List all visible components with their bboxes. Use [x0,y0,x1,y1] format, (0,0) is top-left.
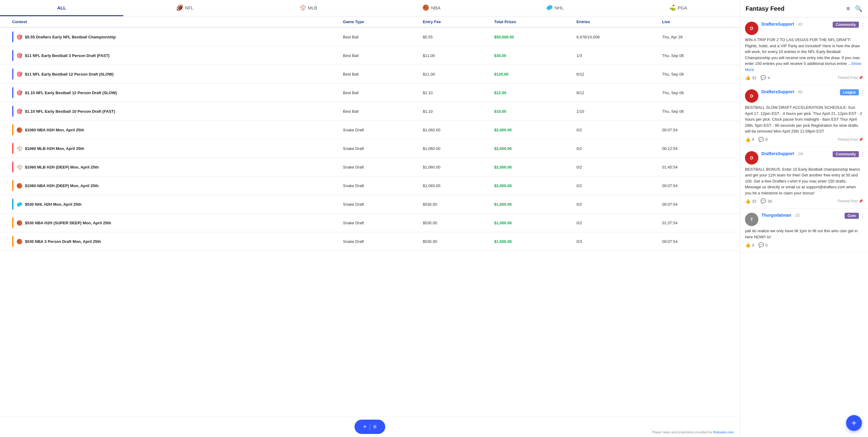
avatar: D [745,89,758,103]
feed-author[interactable]: DraftersSupport [762,89,794,94]
table-row[interactable]: 🎯$11 NFL Early Bestball 12 Person Draft … [0,65,740,84]
feed-item: Community⋮DDraftersSupport· 4DWIN A TRIP… [740,18,868,85]
feed-author[interactable]: Thurgodatman [762,213,791,217]
comment-button[interactable]: 💬4 [761,75,770,81]
feed-text: yall do realize we only have till 1pm to… [745,228,863,240]
total-prize-cell: $1,500.00 [491,232,573,251]
feed-search-icon[interactable]: 🔍 [855,5,863,12]
filter-icon: ≡ [373,423,377,430]
live-cell: 00:07:54 [658,176,740,195]
entry-fee-cell: $1,060.00 [419,121,490,139]
like-button[interactable]: 👍9 [745,137,754,142]
table-row[interactable]: 🎯$5.55 Drafters Early NFL Bestball Champ… [0,27,740,46]
comment-icon: 💬 [758,242,764,248]
comment-icon: 💬 [758,137,764,142]
contest-cell: 🏀$1060 NBA H2H Mon, April 25th [0,121,339,139]
like-button[interactable]: 👍0 [745,242,754,248]
entries-cell: 6,678/10,008 [573,27,658,46]
game-type-cell: Snake Draft [339,121,419,139]
feed-header-icons: ≡ 🔍 [846,5,863,12]
total-prize-cell: $12.00 [491,84,573,102]
pin-icon: 📌 [859,199,863,203]
feed-time: · 2M [796,152,803,156]
game-type-cell: Best Ball [339,27,419,46]
avatar: D [745,151,758,165]
row-bar [12,31,13,42]
feed-author[interactable]: DraftersSupport [762,151,794,156]
tab-nfl[interactable]: 🏈NFL [123,0,247,16]
nba-icon: 🏀 [423,4,429,11]
entry-fee-cell: $1,060.00 [419,139,490,158]
tab-all[interactable]: ALL [0,0,123,16]
comment-button[interactable]: 💬0 [758,242,768,248]
sport-icon: ⚾ [17,164,23,170]
game-type-cell: Snake Draft [339,139,419,158]
tab-pga[interactable]: ⛳PGA [616,0,740,16]
show-more-link[interactable]: Show More [745,61,861,72]
bottom-bar: + ≡ Player news and projections provided… [0,416,740,437]
contest-cell: 🏀$530 NBA 3 Person Draft Mon, April 25th [0,232,339,251]
table-row[interactable]: 🎯$11 NFL Early Bestball 3 Person Draft (… [0,46,740,65]
sport-icon: 🏀 [17,239,23,244]
sport-icon: 🏀 [17,183,23,188]
feed-list: Community⋮DDraftersSupport· 4DWIN A TRIP… [740,18,868,437]
live-cell: 01:45:54 [658,158,740,176]
contest-cell: 🎯$11 NFL Early Bestball 3 Person Draft (… [0,46,339,65]
comment-button[interactable]: 💬8 [758,137,768,142]
game-type-cell: Snake Draft [339,158,419,176]
tab-nhl[interactable]: 🥏NHL [493,0,616,16]
game-type-cell: Best Ball [339,46,419,65]
feed-more-button[interactable]: ⋮ [860,22,866,28]
comment-count: 0 [765,243,768,247]
table-row[interactable]: 🎯$1.10 NFL Early Bestball 12 Person Draf… [0,84,740,102]
entry-fee-cell: $530.00 [419,214,490,232]
table-row[interactable]: 🏀$1060 NBA H2H Mon, April 25thSnake Draf… [0,121,740,139]
feed-badge: Com [844,213,859,219]
table-row[interactable]: 🏀$1060 NBA H2H (DEEP) Mon, April 25thSna… [0,176,740,195]
col-header-game-type: Game Type [339,17,419,27]
feed-author[interactable]: DraftersSupport [762,22,794,27]
feed-more-button[interactable]: ⋮ [860,151,866,158]
contest-cell: ⚾$1060 MLB H2H (DEEP) Mon, April 25th [0,158,339,176]
feed-menu-icon[interactable]: ≡ [846,5,850,12]
table-row[interactable]: 🏀$530 NBA H2H (SUPER DEEP) Mon, April 25… [0,214,740,232]
add-filter-button[interactable]: + ≡ [354,419,385,434]
comment-icon: 💬 [761,75,766,81]
contest-name: $5.55 Drafters Early NFL Bestball Champi… [25,35,116,39]
feed-badge: Community [833,22,859,28]
row-bar [12,68,13,80]
row-bar [12,106,13,117]
col-header-live: Live [658,17,740,27]
contests-table: ContestGame TypeEntry FeeTotal PrizesEnt… [0,17,740,251]
entry-fee-cell: $5.55 [419,27,490,46]
like-button[interactable]: 👍32 [745,75,756,81]
like-button[interactable]: 👍32 [745,198,756,204]
new-post-fab[interactable]: + [846,415,862,431]
live-cell: Thu, Sep 08 [658,102,740,121]
table-row[interactable]: ⚾$1060 MLB H2H (DEEP) Mon, April 25thSna… [0,158,740,176]
pinned-label: Pinned Post 📌 [838,199,863,203]
table-row[interactable]: 🏀$530 NBA 3 Person Draft Mon, April 25th… [0,232,740,251]
table-row[interactable]: 🎯$1.10 NFL Early Bestball 10 Person Draf… [0,102,740,121]
live-cell: Thu, Sep 08 [658,65,740,84]
total-prize-cell: $1,000.00 [491,214,573,232]
comment-button[interactable]: 💬30 [761,198,772,204]
feed-more-button[interactable]: ⋮ [860,89,866,96]
table-row[interactable]: 🥏$530 NHL H2H Mon, April 25thSnake Draft… [0,195,740,214]
feed-more-button[interactable]: ⋮ [860,213,866,220]
table-row[interactable]: ⚾$1060 MLB H2H Mon, April 25thSnake Draf… [0,139,740,158]
feed-actions: 👍32💬30Pinned Post 📌 [745,198,863,204]
entries-cell: 0/3 [573,232,658,251]
contest-cell: 🎯$5.55 Drafters Early NFL Bestball Champ… [0,27,339,46]
contest-cell: ⚾$1060 MLB H2H Mon, April 25th [0,139,339,158]
pin-icon: 📌 [859,138,863,142]
tab-mlb[interactable]: ⚾MLB [247,0,370,16]
tab-nba[interactable]: 🏀NBA [370,0,493,16]
live-cell: Thu, Sep 08 [658,46,740,65]
sport-icon: 🎯 [17,71,23,77]
contest-name: $1.10 NFL Early Bestball 12 Person Draft… [25,90,117,95]
row-bar [12,124,13,135]
rotowire-link[interactable]: Rotowire.com [713,430,734,434]
tab-label-all: ALL [57,5,66,10]
row-bar [12,180,13,191]
